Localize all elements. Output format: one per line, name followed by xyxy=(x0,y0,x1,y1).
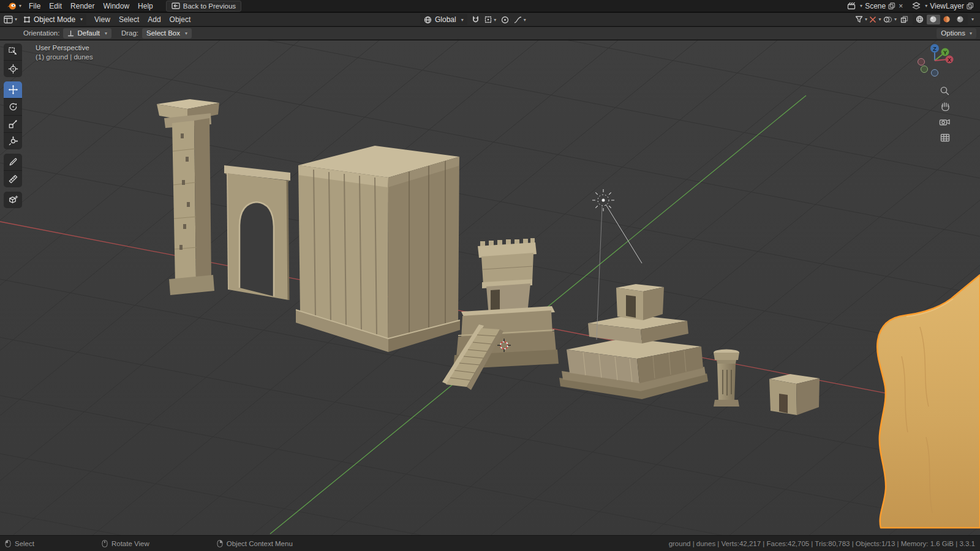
back-to-previous-label: Back to Previous xyxy=(183,2,236,10)
scene-unlink-button[interactable]: × xyxy=(898,2,903,10)
viewlayer-new-button[interactable] xyxy=(967,2,974,10)
transform-icon xyxy=(8,136,18,146)
hint-context-menu-label: Object Context Menu xyxy=(227,540,293,547)
cursor-icon xyxy=(8,64,18,74)
falloff-curve-icon xyxy=(514,16,522,24)
tool-scale-button[interactable] xyxy=(4,115,22,132)
gizmo-axis-neg-z[interactable] xyxy=(932,70,938,77)
shading-material-button[interactable] xyxy=(940,15,954,24)
shading-solid-button[interactable] xyxy=(927,15,940,24)
viewlayer-selector[interactable]: ▾ ViewLayer xyxy=(912,2,974,10)
viewlayer-name: ViewLayer xyxy=(930,2,964,10)
orientation-caret: ▾ xyxy=(461,17,464,23)
menu-add[interactable]: Add xyxy=(143,13,165,26)
tool-transform-button[interactable] xyxy=(4,132,22,149)
overlays-icon xyxy=(883,16,892,23)
tool-select-box-button[interactable] xyxy=(4,43,22,60)
drag-value: Select Box xyxy=(146,29,180,37)
menu-render[interactable]: Render xyxy=(66,0,99,12)
scene-caret: ▾ xyxy=(860,3,862,9)
mode-selector-caret: ▾ xyxy=(80,17,83,22)
mode-selector-dropdown[interactable]: Object Mode ▾ xyxy=(20,14,86,25)
tool-cursor-button[interactable] xyxy=(4,60,22,77)
shading-rendered-button[interactable] xyxy=(954,15,967,24)
building-temple-block[interactable] xyxy=(296,146,460,352)
hint-rotate-view-label: Rotate View xyxy=(111,540,149,547)
falloff-caret: ▾ xyxy=(524,17,526,23)
orientation-value-dropdown[interactable]: Default ▾ xyxy=(63,28,111,39)
scene-selector[interactable]: ▾ Scene × xyxy=(847,2,903,10)
scene-statistics: ground | dunes | Verts:42,217 | Faces:42… xyxy=(669,540,975,547)
xray-toggle[interactable] xyxy=(899,14,911,25)
tool-rotate-button[interactable] xyxy=(4,98,22,115)
transform-orientation-dropdown[interactable]: Global ▾ xyxy=(420,14,467,25)
menu-help[interactable]: Help xyxy=(134,0,157,12)
drag-value-dropdown[interactable]: Select Box ▾ xyxy=(142,28,192,39)
scene-name: Scene xyxy=(865,2,886,10)
shading-wireframe-button[interactable] xyxy=(913,15,927,24)
back-to-previous-button[interactable]: Back to Previous xyxy=(166,1,241,12)
blender-menu-caret: ▾ xyxy=(19,3,21,9)
mouse-middle-icon xyxy=(102,539,108,548)
menu-file[interactable]: File xyxy=(24,0,45,12)
tool-add-cube-button[interactable] xyxy=(4,192,22,208)
menu-select[interactable]: Select xyxy=(115,13,143,26)
orientation-value: Default xyxy=(77,29,99,37)
menu-edit[interactable]: Edit xyxy=(45,0,66,12)
gizmos-caret: ▾ xyxy=(878,17,881,22)
options-caret: ▾ xyxy=(970,31,972,36)
snap-toggle[interactable] xyxy=(470,14,482,25)
scene-canvas: Z Y X xyxy=(0,40,980,535)
gizmo-axis-neg-y[interactable] xyxy=(921,66,928,73)
options-dropdown[interactable]: Options ▾ xyxy=(937,28,976,39)
menu-window[interactable]: Window xyxy=(99,0,134,12)
tool-measure-button[interactable] xyxy=(4,170,22,187)
gizmo-icon xyxy=(869,16,876,23)
hint-select-label: Select xyxy=(15,540,34,547)
toolshelf xyxy=(4,43,22,212)
drag-label: Drag: xyxy=(121,29,138,37)
back-screen-icon xyxy=(172,2,180,10)
menu-view[interactable]: View xyxy=(90,13,115,26)
statusbar: Select Rotate View Object Context Menu g… xyxy=(0,535,980,551)
tool-annotate-button[interactable] xyxy=(4,154,22,170)
active-object-overlay: (1) ground | dunes xyxy=(36,53,93,61)
hint-context-menu: Object Context Menu xyxy=(217,539,293,548)
show-overlays-toggle[interactable]: ▾ xyxy=(883,14,897,25)
tool-move-button[interactable] xyxy=(4,81,22,98)
magnet-icon xyxy=(472,16,480,24)
viewport-3d[interactable]: Z Y X User Perspective (1) ground | dune… xyxy=(0,40,980,535)
snap-increment-icon xyxy=(484,16,492,23)
building-gatehouse[interactable] xyxy=(769,374,820,415)
object-mode-icon xyxy=(23,16,31,23)
rendered-sphere-icon xyxy=(956,15,964,23)
editor-type-button[interactable]: ▾ xyxy=(4,14,17,25)
snap-target-dropdown[interactable]: ▾ xyxy=(484,14,497,25)
scene-icon xyxy=(847,2,856,10)
mouse-right-icon xyxy=(217,539,223,548)
view-name-overlay: User Perspective xyxy=(36,44,89,51)
annotate-icon xyxy=(8,157,18,167)
proportional-falloff-dropdown[interactable]: ▾ xyxy=(514,14,526,25)
scale-icon xyxy=(8,119,18,129)
viewport-header: ▾ Object Mode ▾ View Select Add Object G… xyxy=(0,13,980,26)
orientation-label: Orientation: xyxy=(23,29,59,37)
blender-menu-button[interactable]: ▾ xyxy=(4,2,24,10)
proportional-editing-toggle[interactable] xyxy=(499,14,511,25)
shading-dropdown-caret[interactable]: ▾ xyxy=(971,17,974,22)
menu-object[interactable]: Object xyxy=(165,13,195,26)
measure-icon xyxy=(8,174,18,184)
show-gizmos-toggle[interactable]: ▾ xyxy=(869,14,881,25)
snap-caret: ▾ xyxy=(494,17,496,23)
axes-icon xyxy=(67,30,74,37)
gizmo-z-label: Z xyxy=(933,46,937,52)
object-type-visibility-dropdown[interactable]: ▾ xyxy=(855,14,867,25)
hint-select: Select xyxy=(5,539,34,548)
mode-selector-label: Object Mode xyxy=(34,15,75,24)
viewlayer-caret: ▾ xyxy=(925,3,927,9)
building-arch[interactable] xyxy=(224,165,290,300)
blender-logo-icon xyxy=(7,2,17,10)
scene-copy-button[interactable] xyxy=(888,2,895,10)
gizmo-axis-neg-x[interactable] xyxy=(918,59,925,66)
xray-icon xyxy=(900,16,908,23)
